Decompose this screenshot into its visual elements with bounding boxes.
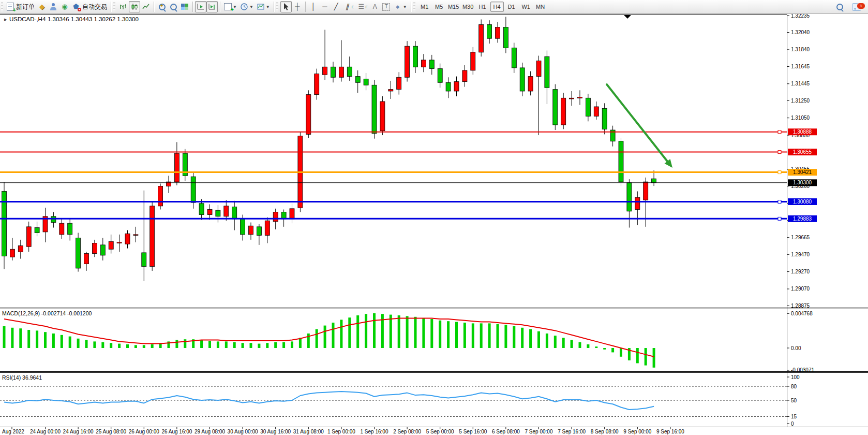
svg-text:1 Sep 16:00: 1 Sep 16:00 [361,429,388,434]
timeframe-h1[interactable]: H1 [476,2,489,12]
timeframe-d1[interactable]: D1 [505,2,518,12]
svg-text:1.30888: 1.30888 [793,129,812,135]
new-order-button[interactable]: + 新订单 [5,1,36,12]
toolbar-drag-handle[interactable] [113,2,115,11]
toolbar-group-zoom: + - [155,0,191,14]
horizontal-line-tool[interactable]: ─ [319,1,331,12]
svg-text:5 Sep 00:00: 5 Sep 00:00 [426,429,454,434]
add-indicator-icon: + [224,3,232,10]
time-axis[interactable]: Aug 202224 Aug 00:0024 Aug 16:0025 Aug 0… [2,427,684,434]
tile-windows-button[interactable] [179,1,190,12]
chart-canvas[interactable]: 0.0047680.00-0.003071 1008050150 1.32235… [0,14,868,435]
zoom-out-icon: - [170,4,177,10]
svg-text:26 Aug 00:00: 26 Aug 00:00 [129,429,159,434]
channel-tool[interactable]: ∥E [342,1,356,12]
add-indicator-button[interactable]: + ▼ [222,1,238,12]
template-icon [257,3,265,11]
svg-text:24 Aug 16:00: 24 Aug 16:00 [63,429,94,434]
timeframe-m1[interactable]: M1 [418,2,431,12]
cursor-icon [282,3,290,11]
chart-shift-icon [208,3,216,11]
auto-scroll-button[interactable] [195,1,206,12]
zoom-in-button[interactable]: + [156,1,168,12]
timeframe-m15[interactable]: M15 [447,2,460,12]
horizontal-line-icon: ─ [321,3,329,11]
svg-text:6 Sep 08:00: 6 Sep 08:00 [492,429,520,434]
trendline-tool[interactable]: ╱ [331,1,342,12]
arrow-annotation-layer[interactable] [607,84,672,168]
fibonacci-tool[interactable]: ☰F [355,1,369,12]
text-tool[interactable]: A [369,1,381,12]
svg-text:0.00: 0.00 [791,345,801,351]
svg-text:31 Aug 08:00: 31 Aug 08:00 [293,429,324,434]
chart-title-ohlc: 1.30346 1.30443 1.30262 1.30300 [48,16,139,22]
horizontal-lines-layer[interactable] [0,130,787,221]
mql-market-button[interactable]: ◆ [36,1,48,12]
svg-text:1.29070: 1.29070 [791,286,810,292]
fibonacci-icon: ☰ [357,3,365,11]
tile-windows-icon [181,4,188,10]
cursor-button[interactable] [280,1,292,12]
autotrading-button[interactable]: ⬟ ● 自动交易 [70,1,109,12]
svg-text:30 Aug 00:00: 30 Aug 00:00 [228,429,258,434]
macd-pane: 0.0047680.00-0.003071 [3,311,815,373]
search-button[interactable] [834,2,845,13]
autotrading-icon: ⬟ ● [72,3,80,11]
text-label-icon: T [382,3,390,11]
line-chart-button[interactable] [140,1,152,12]
svg-text:2 Sep 08:00: 2 Sep 08:00 [393,429,421,434]
signal-icon: ◉ [61,3,69,11]
bar-chart-button[interactable] [117,1,129,12]
chart-shift-button[interactable] [206,1,218,12]
vertical-line-tool[interactable]: │ [308,1,319,12]
svg-text:1.29883: 1.29883 [793,216,812,222]
zoom-out-button[interactable]: - [168,1,179,12]
svg-text:50: 50 [791,398,797,403]
bar-chart-icon [119,3,127,11]
toolbar-group-chart-type [116,0,153,14]
toolbar: + 新订单 ◆ ◉ ⬟ ● 自动交易 [0,0,868,14]
separator [220,2,220,12]
chevron-down-icon: ▼ [249,5,253,9]
toolbar-drag-handle[interactable] [276,2,278,11]
templates-button[interactable]: ▼ [255,1,272,12]
mql-diamond-icon: ◆ [38,3,46,11]
timeframe-m5[interactable]: M5 [432,2,446,12]
svg-text:29 Aug 08:00: 29 Aug 08:00 [194,429,225,434]
periods-button[interactable]: ▼ [238,1,255,12]
price-axis[interactable]: 1.322351.320401.318401.316451.314451.312… [787,14,817,309]
svg-text:100: 100 [791,374,800,380]
auto-scroll-icon [197,3,205,11]
new-order-icon: + [7,3,14,11]
chart-title-symbol: USDCAD-,H4 [9,16,46,22]
svg-text:1 Sep 00:00: 1 Sep 00:00 [327,429,355,434]
toolbar-group-timeframes: M1M5M15M30H1H4D1W1MN [416,0,549,14]
svg-text:1.32235: 1.32235 [791,14,810,19]
timeframe-h4[interactable]: H4 [490,2,504,12]
svg-text:1.31445: 1.31445 [791,81,810,86]
community-button[interactable] [48,1,59,12]
crosshair-icon: ┼ [293,3,302,11]
svg-text:1.29665: 1.29665 [791,235,810,240]
svg-text:80: 80 [791,384,797,389]
toolbar-group-drawing: │ ─ ╱ ∥E ☰F A T ◆▼ [307,0,410,14]
toolbar-drag-handle[interactable] [413,2,415,11]
timeframe-mn[interactable]: MN [534,2,547,12]
separator [411,2,411,12]
text-label-tool[interactable]: T [381,1,392,12]
notifications-button[interactable]: 1 [850,2,863,13]
timeframe-m30[interactable]: M30 [461,2,475,12]
shapes-icon: ◆ [394,3,402,11]
pane-frames [0,15,868,427]
candlestick-chart-button[interactable] [129,1,140,12]
svg-text:0.004768: 0.004768 [791,311,813,316]
webinar-button[interactable]: ◉ [59,1,70,12]
svg-text:-0.003071: -0.003071 [791,367,814,373]
svg-text:7 Sep 00:00: 7 Sep 00:00 [525,429,553,434]
svg-text:5 Sep 16:00: 5 Sep 16:00 [459,429,487,434]
crosshair-button[interactable]: ┼ [292,1,303,12]
shapes-tool[interactable]: ◆▼ [392,1,409,12]
rsi-pane: 1008050150 [0,374,800,427]
timeframe-w1[interactable]: W1 [519,2,533,12]
toolbar-drag-handle[interactable] [1,2,3,11]
